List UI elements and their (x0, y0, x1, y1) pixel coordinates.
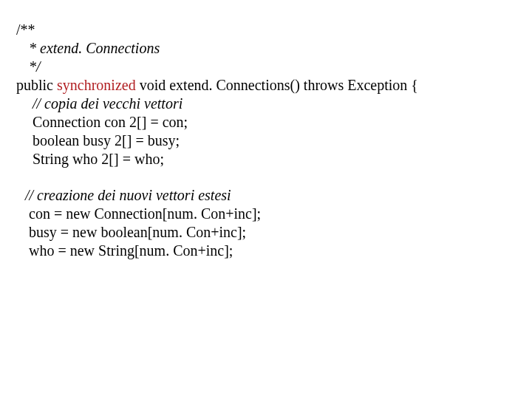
code-line: boolean busy 2[] = busy; (16, 132, 516, 150)
code-line: who = new String[num. Con+inc]; (16, 242, 516, 260)
code-line: public synchronized void extend. Connect… (16, 76, 516, 95)
code-line: /** (16, 21, 516, 39)
code-text: void extend. Connections() throws Except… (136, 77, 418, 93)
code-comment: // creazione dei nuovi vettori estesi (16, 186, 516, 205)
code-line: busy = new boolean[num. Con+inc]; (16, 223, 516, 242)
code-comment: * extend. Connections (16, 39, 516, 58)
code-comment: */ (16, 58, 516, 76)
blank-line (16, 168, 516, 186)
code-block: /** * extend. Connections */ public sync… (0, 0, 532, 281)
keyword-synchronized: synchronized (57, 77, 136, 93)
code-line: Connection con 2[] = con; (16, 113, 516, 132)
code-text: public (16, 77, 57, 93)
code-line: con = new Connection[num. Con+inc]; (16, 205, 516, 223)
code-line: String who 2[] = who; (16, 150, 516, 168)
code-comment: // copia dei vecchi vettori (16, 95, 516, 113)
